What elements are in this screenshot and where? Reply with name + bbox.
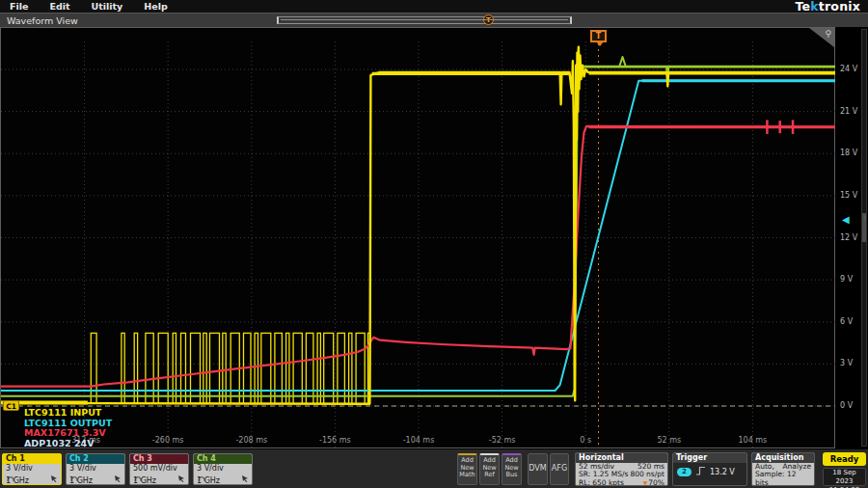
record-length: RL: 650 kpts [579, 479, 624, 486]
afg-button[interactable]: AFG [550, 453, 569, 485]
y-tick-label: 3 V [840, 359, 853, 367]
menu-bar: File Edit Utility Help Tektronix [0, 0, 868, 13]
x-tick-label: 0 s [580, 436, 591, 445]
y-tick-label: 18 V [840, 149, 857, 157]
trigger-source-badge: 2 [677, 468, 692, 476]
y-tick-label: 12 V [840, 233, 857, 242]
datetime-display: 18 Sep 2023 11:54:00 AM [823, 468, 866, 486]
y-tick-label: 15 V [840, 191, 857, 200]
channel1-reference-marker[interactable]: C1 [3, 400, 19, 411]
x-tick-label: -156 ms [319, 436, 351, 445]
waveform-graticule[interactable]: -312 ms-260 ms-208 ms-156 ms-104 ms-52 m… [0, 27, 835, 448]
channel3-label: Ch 3 [130, 454, 188, 464]
y-tick-label: 6 V [840, 317, 853, 326]
tektronix-logo: Tektronix [796, 0, 860, 13]
menu-help[interactable]: Help [144, 1, 167, 12]
x-tick-label: -260 ms [152, 436, 184, 445]
y-tick-label: 24 V [840, 65, 857, 73]
expand-arrow-icon [50, 474, 58, 484]
channel3-scale: 500 mV/div [133, 465, 185, 473]
trigger-panel[interactable]: Trigger 2 13.2 V [672, 452, 747, 486]
dvm-button[interactable]: DVM [528, 453, 548, 485]
vertical-scrollbar[interactable]: ⋮ [861, 29, 867, 447]
trigger-level-arrow-icon[interactable]: ◀ [842, 214, 850, 225]
status-bar: Ch 1 3 V/div 1 GHz Ch 2 3 V/div 1 GHz Ch… [0, 448, 868, 488]
channel2-label: Ch 2 [67, 454, 124, 464]
channel1-badge[interactable]: Ch 1 3 V/div 1 GHz [2, 453, 62, 485]
add-new-math-button[interactable]: AddNewMath [457, 453, 477, 485]
y-tick-label: 9 V [840, 275, 853, 284]
trace-label: LTC9111 INPUT [24, 408, 112, 419]
tab-waveform-view[interactable]: Waveform View [7, 15, 78, 26]
acquisition-panel[interactable]: Acquisition Auto,Analyze Sample: 12 bits… [751, 452, 815, 486]
channel1-scale: 3 V/div [6, 465, 58, 473]
y-tick-label: 21 V [840, 107, 857, 116]
x-tick-label: 104 ms [739, 436, 768, 445]
x-tick-label: -208 ms [235, 436, 267, 445]
channel2-bandwidth: 1 GHz [69, 477, 93, 485]
channel4-scale: 3 V/div [197, 465, 249, 473]
menu-file[interactable]: File [10, 1, 28, 12]
trace-label: MAX17671 3.3V [24, 428, 112, 439]
rising-edge-icon [695, 466, 706, 477]
horizontal-panel[interactable]: Horizontal 52 ms/div520 ms SR: 1.25 MS/s… [575, 452, 668, 486]
add-new-ref-button[interactable]: AddNewRef [479, 453, 500, 485]
x-tick-label: -52 ms [489, 436, 516, 445]
trigger-position-icon: ▼ [643, 479, 648, 486]
ready-status-badge[interactable]: Ready [823, 452, 866, 466]
expand-arrow-icon [114, 474, 122, 484]
channel2-scale: 3 V/div [69, 465, 122, 473]
trigger-level-value: 13.2 V [710, 468, 735, 476]
channel3-bandwidth: 1 GHz [133, 477, 156, 485]
trigger-position-percent: 70% [648, 478, 665, 486]
waveform-canvas[interactable] [1, 28, 836, 449]
channel4-badge[interactable]: Ch 4 3 V/div 1 GHz [193, 453, 253, 485]
trigger-panel-title: Trigger [673, 453, 746, 463]
x-tick-label: -104 ms [403, 436, 435, 445]
magnifier-icon: ⚲ [825, 29, 831, 39]
y-tick-label: 0 V [840, 401, 853, 410]
channel3-badge[interactable]: Ch 3 500 mV/div 1 GHz [129, 453, 189, 485]
overview-trigger-marker[interactable]: T [483, 14, 494, 25]
x-tick-label: 52 ms [657, 436, 681, 445]
vertical-scrollbar-handle[interactable]: ⋮ [862, 213, 866, 242]
expand-arrow-icon [241, 474, 249, 484]
menu-edit[interactable]: Edit [49, 1, 69, 12]
horizontal-overview-slider[interactable]: T [277, 16, 572, 24]
channel2-badge[interactable]: Ch 2 3 V/div 1 GHz [66, 453, 125, 485]
channel4-bandwidth: 1 GHz [197, 477, 220, 485]
vertical-scale-gutter: 24 V21 V18 V15 V12 V9 V6 V3 V0 V ◀ ⋮ [835, 27, 868, 448]
menu-utility[interactable]: Utility [92, 1, 123, 12]
trace-legend: LTC9111 INPUTLTC9111 OUTPUTMAX17671 3.3V… [24, 408, 112, 448]
channel1-label: Ch 1 [3, 454, 61, 464]
expand-arrow-icon [177, 474, 185, 484]
add-new-bus-button[interactable]: AddNewBus [502, 453, 522, 485]
view-tab-bar: Waveform View T [0, 13, 868, 27]
acquisition-sample-bits: Sample: 12 bits [755, 471, 811, 486]
trigger-position-flag[interactable]: T [590, 30, 607, 42]
channel4-label: Ch 4 [194, 454, 252, 464]
channel1-bandwidth: 1 GHz [6, 477, 29, 485]
date-text: 18 Sep 2023 [824, 469, 865, 486]
trace-label: ADP1032 24V [24, 439, 112, 449]
